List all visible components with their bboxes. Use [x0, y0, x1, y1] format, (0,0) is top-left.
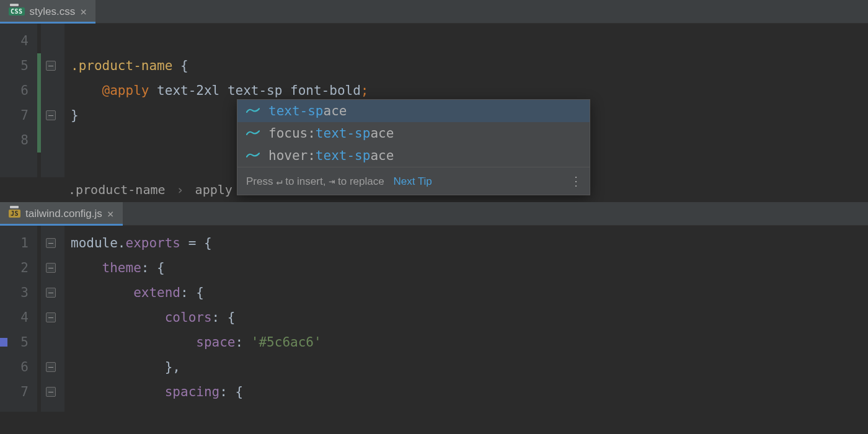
completion-item[interactable]: focus:text-space [237, 122, 590, 144]
tab-key-icon: ⇥ [329, 175, 335, 187]
tabstrip-top: CSS styles.css × [0, 0, 868, 24]
css-file-icon: CSS [9, 7, 25, 16]
code-area-top[interactable]: .product-name { @apply text-2xl text-sp … [64, 24, 868, 177]
close-icon[interactable]: × [107, 208, 114, 219]
completion-footer: Press ↵ to insert, ⇥ to replace Next Tip… [237, 167, 590, 195]
completion-item[interactable]: text-space [237, 100, 590, 122]
editor-pane-tailwind: JS tailwind.config.js × 1 2 3 4 5 6 7 mo… [0, 202, 868, 412]
gutter-bottom: 1 2 3 4 5 6 7 [0, 226, 37, 412]
enter-key-icon: ↵ [276, 175, 282, 187]
fold-toggle-icon[interactable] [46, 362, 56, 372]
tab-styles-css[interactable]: CSS styles.css × [0, 0, 95, 23]
editor-pane-styles: CSS styles.css × 4 5 6 7 8 .product-name… [0, 0, 868, 202]
completion-match: text-sp [268, 104, 324, 118]
css-values: text-2xl text-sp font-bold [157, 83, 361, 98]
tab-label: styles.css [30, 6, 76, 18]
completion-popup: text-space focus:text-space hover:text-s… [237, 99, 590, 195]
fold-toggle-icon[interactable] [46, 387, 56, 397]
css-brace: { [180, 58, 188, 73]
breadcrumb-item[interactable]: .product-name [68, 182, 166, 197]
tab-label: tailwind.config.js [25, 208, 102, 220]
more-options-icon[interactable]: ⋮ [570, 174, 581, 188]
completion-rest: ace [324, 104, 347, 118]
completion-item[interactable]: hover:text-space [237, 144, 590, 167]
close-icon[interactable]: × [80, 6, 87, 17]
fold-toggle-icon[interactable] [46, 110, 56, 120]
code-area-bottom[interactable]: module.exports = { theme: { extend: { co… [64, 226, 868, 412]
chevron-right-icon: › [177, 182, 184, 197]
fold-toggle-icon[interactable] [46, 288, 56, 298]
js-file-icon: JS [9, 210, 20, 218]
tabstrip-bottom: JS tailwind.config.js × [0, 202, 868, 226]
css-directive: @apply [102, 83, 149, 98]
fold-strip-bottom [41, 226, 64, 412]
tailwind-icon [246, 151, 260, 160]
fold-toggle-icon[interactable] [46, 238, 56, 248]
next-tip-link[interactable]: Next Tip [393, 175, 432, 187]
tab-tailwind-config[interactable]: JS tailwind.config.js × [0, 202, 123, 225]
tailwind-icon [246, 107, 260, 115]
color-swatch-icon[interactable] [0, 338, 7, 347]
tailwind-icon [246, 129, 260, 138]
gutter-top: 4 5 6 7 8 [0, 24, 37, 177]
fold-strip-top [41, 24, 64, 177]
css-selector: .product-name [71, 58, 172, 73]
fold-toggle-icon[interactable] [46, 312, 56, 322]
css-semicolon: ; [361, 83, 369, 98]
fold-toggle-icon[interactable] [46, 61, 56, 71]
fold-toggle-icon[interactable] [46, 263, 56, 273]
css-brace: } [71, 108, 79, 123]
breadcrumb-item[interactable]: apply [195, 182, 232, 197]
